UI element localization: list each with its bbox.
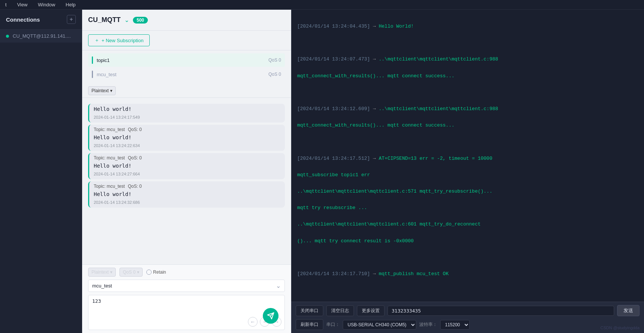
format-label: Plaintext xyxy=(91,88,109,93)
message-body-1: Hello world! xyxy=(89,104,285,114)
clear-log-button[interactable]: 清空日志 xyxy=(326,305,354,316)
message-time-1: 2024-01-14 13:24:17:549 xyxy=(89,114,285,122)
sidebar: Connections + CU_MQTT@112.91.141.... xyxy=(0,10,82,333)
publish-format-chevron-icon: ▾ xyxy=(110,270,112,275)
log-line-4c: ..\mqttclient\mqttclient\mqttclient.c:57… xyxy=(297,187,638,196)
topic-indicator xyxy=(92,56,93,64)
qos-select[interactable]: QoS 0 ▾ xyxy=(119,268,143,277)
publish-options: Plaintext ▾ QoS 0 ▾ Retain xyxy=(88,268,285,277)
message-bubble-1: Hello world! 2024-01-14 13:24:17:549 xyxy=(88,104,285,122)
retain-text: Retain xyxy=(153,270,166,275)
topic-input[interactable] xyxy=(92,283,276,289)
message-bubble-4: Topic: mcu_test QoS: 0 Hello world! 2024… xyxy=(88,181,285,208)
menu-item-help[interactable]: Help xyxy=(63,1,78,8)
log-line-3b: mqtt_connect_with_results()... mqtt conn… xyxy=(297,121,638,130)
msg-topic-label-4: Topic: mcu_test xyxy=(94,184,125,189)
sidebar-header: Connections + xyxy=(0,10,82,29)
add-connection-button[interactable]: + xyxy=(67,15,76,24)
dropdown-arrow-icon[interactable]: ⌄ xyxy=(124,16,129,24)
format-chevron-icon: ▾ xyxy=(110,88,112,93)
qos-label: QoS 0 xyxy=(123,270,136,275)
topic-qos-topic1: QoS 0 xyxy=(268,57,281,63)
log-line-4e: ..\mqttclient\mqttclient\mqttclient.c:60… xyxy=(297,220,638,228)
connection-status-dot xyxy=(6,35,9,38)
payload-row: 123 ← − → xyxy=(88,295,285,330)
msg-qos-label-2: QoS: 0 xyxy=(128,127,141,132)
baud-label: 波特率： xyxy=(419,321,437,328)
log-line-blank5 xyxy=(297,286,638,295)
topic-indicator-inactive xyxy=(92,71,93,78)
port-label: 串口： xyxy=(326,321,340,328)
message-body-4: Hello world! xyxy=(89,189,285,199)
menu-item-view[interactable]: View xyxy=(15,1,30,8)
watermark: CSDN @studyingdda xyxy=(600,326,640,330)
serial-input[interactable] xyxy=(388,306,614,316)
message-bubble-2: Topic: mcu_test QoS: 0 Hello world! 2024… xyxy=(88,125,285,151)
log-line-blank4 xyxy=(297,253,638,262)
close-port-button[interactable]: 关闭串口 xyxy=(296,305,323,316)
format-bar: Plaintext ▾ xyxy=(82,84,291,98)
serial-baud-select[interactable]: 115200 xyxy=(440,320,470,330)
more-settings-button[interactable]: 更多设置 xyxy=(357,305,385,316)
log-line-blank1 xyxy=(297,39,638,47)
log-line-2: [2024/01/14 13:24:07.473] → ..\mqttclien… xyxy=(297,55,638,63)
topic-input-row: ⌄ xyxy=(88,280,285,292)
sidebar-title: Connections xyxy=(6,16,40,23)
message-header-2: Topic: mcu_test QoS: 0 xyxy=(89,125,285,132)
format-select[interactable]: Plaintext ▾ xyxy=(88,86,116,95)
log-line-4: [2024/01/14 13:24:17.512] → AT+CIPSEND=1… xyxy=(297,155,638,163)
payload-input[interactable]: 123 xyxy=(92,298,281,309)
menu-item-t[interactable]: t xyxy=(3,1,9,8)
serial-bottom-row: 刷新串口 串口： USB-SERIAL CH340 (COM5) 波特率： 11… xyxy=(296,319,640,330)
topic-name-topic1: topic1 xyxy=(97,57,268,63)
msg-topic-label-2: Topic: mcu_test xyxy=(94,127,125,132)
serial-top-row: 关闭串口 清空日志 更多设置 发送 xyxy=(296,305,640,316)
log-line-5: [2024/01/14 13:24:17.710] → mqtt_publish… xyxy=(297,270,638,278)
message-area[interactable]: Hello world! 2024-01-14 13:24:17:549 Top… xyxy=(82,98,291,264)
subscription-bar: ＋ + New Subscription xyxy=(82,31,291,50)
retain-label: Retain xyxy=(146,270,166,275)
message-body-2: Hello world! xyxy=(89,132,285,143)
log-line-2b: mqtt_connect_with_results()... mqtt conn… xyxy=(297,72,638,80)
message-time-2: 2024-01-14 13:24:22:634 xyxy=(89,143,285,151)
refresh-port-button[interactable]: 刷新串口 xyxy=(296,319,323,330)
prev-message-button[interactable]: ← xyxy=(248,317,258,327)
topic-item-topic1[interactable]: topic1 QoS 0 xyxy=(88,53,285,67)
center-topbar: CU_MQTT ⌄ 500 xyxy=(82,10,291,31)
serial-port-select[interactable]: USB-SERIAL CH340 (COM5) xyxy=(343,320,416,330)
topic-expand-button[interactable]: ⌄ xyxy=(276,282,281,289)
log-line-4b: mqtt_subscribe topic1 err xyxy=(297,171,638,179)
msg-qos-label-4: QoS: 0 xyxy=(128,184,141,189)
msg-qos-label-3: QoS: 0 xyxy=(128,155,141,161)
publish-bar: Plaintext ▾ QoS 0 ▾ Retain ⌄ 123 xyxy=(82,264,291,333)
log-line-4f: ()... mqtt try connect result is -0x0000 xyxy=(297,237,638,245)
connection-title: CU_MQTT xyxy=(88,16,121,24)
publish-format-select[interactable]: Plaintext ▾ xyxy=(88,268,116,277)
log-line-blank3 xyxy=(297,138,638,146)
center-panel: CU_MQTT ⌄ 500 ＋ + New Subscription topic… xyxy=(82,10,291,333)
log-line-blank2 xyxy=(297,88,638,97)
sidebar-item-cu-mqtt[interactable]: CU_MQTT@112.91.141.... xyxy=(0,29,82,43)
new-sub-label: + New Subscription xyxy=(102,38,143,43)
message-body-3: Hello world! xyxy=(89,161,285,171)
send-message-button[interactable] xyxy=(263,308,279,324)
log-line-1: [2024/01/14 13:24:04.435] → Hello World! xyxy=(297,22,638,31)
right-panel: [2024/01/14 13:24:04.435] → Hello World!… xyxy=(291,10,644,333)
message-bubble-3: Topic: mcu_test QoS: 0 Hello world! 2024… xyxy=(88,153,285,179)
serial-send-button[interactable]: 发送 xyxy=(617,305,640,316)
menu-item-window[interactable]: Window xyxy=(36,1,57,8)
sidebar-item-label: CU_MQTT@112.91.141.... xyxy=(13,33,76,39)
msg-topic-label-3: Topic: mcu_test xyxy=(94,155,125,161)
topic-item-mcu-test[interactable]: mcu_test QoS 0 xyxy=(88,68,285,81)
terminal-output[interactable]: [2024/01/14 13:24:04.435] → Hello World!… xyxy=(291,10,644,302)
retain-checkbox[interactable] xyxy=(146,270,152,275)
menu-bar: t View Window Help xyxy=(0,0,644,10)
status-badge: 500 xyxy=(133,17,148,24)
main-layout: Connections + CU_MQTT@112.91.141.... CU_… xyxy=(0,10,644,333)
serial-controls: 关闭串口 清空日志 更多设置 发送 刷新串口 串口： USB-SERIAL CH… xyxy=(291,302,644,333)
new-sub-icon: ＋ xyxy=(94,37,99,44)
message-header-4: Topic: mcu_test QoS: 0 xyxy=(89,181,285,189)
log-line-4d: mqtt try resubscribe ... xyxy=(297,204,638,212)
new-subscription-button[interactable]: ＋ + New Subscription xyxy=(88,34,150,46)
log-line-3: [2024/01/14 13:24:12.609] → ..\mqttclien… xyxy=(297,105,638,113)
